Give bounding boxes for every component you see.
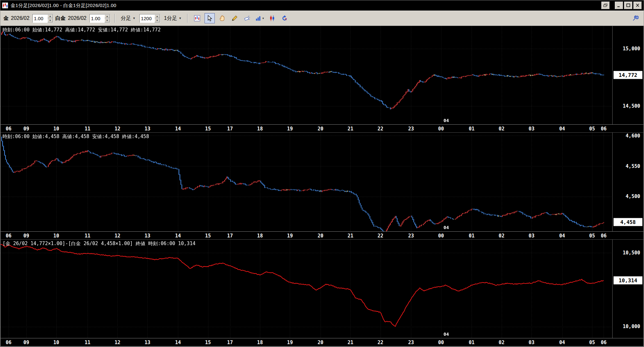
title-bar: 金1分足[2026/02]1.00 - 白金1分足[2026/02]1.00 — [0, 0, 644, 11]
time-axis-label: 21 — [347, 233, 353, 239]
time-axis-label: 01 — [469, 126, 474, 132]
last-price-badge: 10,314 — [614, 276, 642, 284]
time-axis-label: 09 — [23, 126, 29, 132]
erase-tool-button[interactable] — [242, 13, 252, 23]
settings-wrench-button[interactable] — [630, 13, 640, 23]
time-axis-label: 18 — [257, 126, 263, 132]
draw-tool-button[interactable] — [230, 13, 240, 23]
chart-settings-button[interactable] — [192, 13, 202, 23]
time-axis-label: 04 — [559, 340, 565, 345]
price-scale-label: 4,550 — [626, 163, 640, 169]
spread-chart-canvas[interactable] — [1, 240, 612, 338]
time-axis-label: 05 — [589, 340, 595, 345]
gold-label: 金 — [4, 15, 9, 22]
price-scale-label: 10,000 — [623, 324, 640, 329]
time-axis-label: 20 — [318, 126, 323, 132]
time-axis-label: 05 — [589, 233, 595, 239]
time-axis-label: 14 — [175, 340, 181, 345]
time-axis-label: 01 — [469, 340, 474, 345]
gold-time-axis: 0609101112131415171819202122230001020304… — [1, 124, 643, 133]
time-axis-label: 06 — [601, 126, 606, 132]
platinum-month: 2026/02 — [68, 15, 87, 21]
time-axis-label: 15 — [205, 233, 211, 239]
time-axis-label: 22 — [378, 126, 383, 132]
date-change-label: 04 — [444, 225, 449, 230]
spin-up-icon[interactable]: ▲ — [155, 14, 160, 19]
svg-text:R: R — [285, 18, 287, 21]
spread-panel: [金 26/02 14,772×1.00]-[白金 26/02 4,458×1.… — [1, 240, 643, 346]
time-axis-label: 12 — [114, 126, 120, 132]
spin-up-icon[interactable]: ▲ — [105, 14, 110, 19]
time-axis-label: 19 — [287, 126, 293, 132]
window-title: 金1分足[2026/02]1.00 - 白金1分足[2026/02]1.00 — [11, 3, 116, 9]
time-axis-label: 21 — [347, 126, 353, 132]
maximize-icon — [626, 4, 631, 7]
spin-down-icon[interactable]: ▼ — [105, 18, 110, 22]
candle-style-button[interactable] — [267, 13, 277, 23]
gold-multiplier-stepper: ▲ ▼ — [32, 14, 53, 23]
bar-type-dropdown[interactable]: 分足 ▼ — [119, 14, 137, 23]
time-axis-label: 12 — [114, 340, 120, 345]
time-axis-label: 20 — [318, 340, 323, 345]
cursor-tool-button[interactable] — [205, 13, 215, 23]
time-axis-label: 06 — [6, 126, 12, 132]
cursor-icon — [206, 15, 213, 21]
toolbar: 金 2026/02 ▲ ▼ 白金 2026/02 ▲ ▼ 分足 ▼ ▲ — [0, 11, 644, 26]
time-axis-label: 13 — [145, 233, 150, 239]
gold-chart-area: 時刻:06:00 始値:14,772 高値:14,772 安値:14,772 終… — [1, 26, 613, 124]
time-axis-label: 14 — [175, 126, 181, 132]
refresh-button[interactable]: R — [280, 13, 290, 23]
pan-tool-button[interactable] — [217, 13, 227, 23]
time-axis-label: 17 — [227, 126, 233, 132]
platinum-multiplier-input[interactable] — [90, 14, 105, 22]
maximize-button[interactable] — [624, 2, 632, 9]
close-button[interactable] — [633, 2, 642, 9]
time-axis-label: 15 — [205, 340, 211, 345]
time-axis-label: 04 — [559, 233, 565, 239]
time-axis-label: 03 — [529, 126, 534, 132]
time-axis-label: 04 — [559, 126, 565, 132]
time-axis-label: 11 — [85, 233, 90, 239]
time-axis-label: 13 — [145, 340, 150, 345]
time-axis-label: 14 — [175, 233, 181, 239]
time-axis-label: 03 — [529, 233, 534, 239]
chart-region: 時刻:06:00 始値:14,772 高値:14,772 安値:14,772 終… — [0, 26, 644, 347]
price-scale-label: 10,500 — [623, 250, 640, 256]
price-scale-label: 14,500 — [623, 103, 640, 109]
close-icon — [635, 4, 640, 7]
toolbar-separator — [187, 14, 188, 23]
platinum-quote-info: 時刻:06:00 始値:4,458 高値:4,458 安値:4,458 終値:4… — [3, 134, 149, 140]
eraser-icon — [244, 15, 250, 21]
platinum-chart-canvas[interactable] — [1, 133, 612, 231]
time-axis-label: 17 — [227, 233, 233, 239]
spin-down-icon[interactable]: ▼ — [47, 18, 53, 22]
time-axis-label: 06 — [601, 340, 606, 345]
gold-chart-canvas[interactable] — [1, 26, 612, 124]
indicator-dropdown-button[interactable]: ▼ — [255, 13, 265, 23]
spin-up-icon[interactable]: ▲ — [47, 14, 53, 19]
time-axis-label: 11 — [85, 340, 90, 345]
time-axis-label: 19 — [287, 340, 293, 345]
time-axis-label: 02 — [499, 233, 505, 239]
time-axis-label: 20 — [318, 233, 323, 239]
bar-count-stepper: ▲ ▼ — [139, 14, 160, 23]
date-change-label: 04 — [444, 118, 449, 123]
refresh-icon: R — [281, 15, 288, 21]
float-window-button[interactable] — [601, 2, 610, 9]
hand-icon — [219, 15, 225, 21]
period-dropdown[interactable]: 1分足 ▼ — [163, 14, 183, 23]
time-axis-label: 10 — [54, 233, 59, 239]
minimize-icon — [617, 4, 621, 7]
spin-down-icon[interactable]: ▼ — [155, 18, 160, 22]
candlestick-icon — [269, 15, 275, 21]
time-axis-label: 23 — [408, 233, 414, 239]
spread-formula-info: [金 26/02 14,772×1.00]-[白金 26/02 4,458×1.… — [3, 241, 196, 247]
time-axis-label: 01 — [469, 233, 474, 239]
gold-multiplier-input[interactable] — [33, 14, 47, 22]
platinum-price-scale: 4,6004,5504,5004,458 — [613, 133, 643, 231]
bar-count-input[interactable] — [140, 14, 155, 22]
minimize-button[interactable] — [615, 2, 623, 9]
chevron-down-icon: ▼ — [262, 17, 264, 20]
time-axis-label: 02 — [499, 126, 505, 132]
period-label: 1分足 — [164, 15, 177, 22]
